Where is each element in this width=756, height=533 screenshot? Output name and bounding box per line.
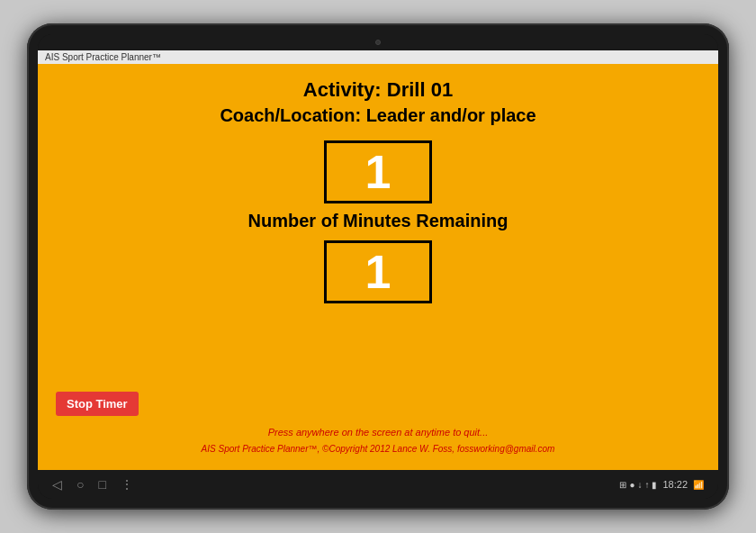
wifi-icon: ●: [629, 480, 634, 490]
camera-dot: [375, 40, 381, 45]
app-title-bar: AIS Sport Practice Planner™: [38, 50, 718, 64]
nav-left: ◁ ○ □ ⋮: [52, 477, 133, 492]
status-icons: ⊞ ● ↓ ↑ ▮: [619, 480, 657, 490]
recent-apps-icon[interactable]: □: [98, 477, 105, 492]
coach-location: Coach/Location: Leader and/or place: [220, 105, 536, 126]
main-content: Activity: Drill 01 Coach/Location: Leade…: [38, 64, 718, 470]
download-icon: ↓: [637, 480, 642, 490]
grid-icon: ⊞: [619, 480, 626, 490]
nav-bar: ◁ ○ □ ⋮ ⊞ ● ↓ ↑ ▮ 18:22 📶: [38, 470, 718, 499]
upload-icon: ↑: [644, 480, 649, 490]
battery-icon: ▮: [652, 480, 657, 490]
press-quit-text: Press anywhere on the screen at anytime …: [38, 427, 718, 438]
tablet-camera-bar: [38, 34, 718, 50]
back-icon[interactable]: ◁: [52, 477, 62, 492]
minutes-value: 1: [365, 248, 392, 295]
screen: AIS Sport Practice Planner™ Activity: Dr…: [38, 50, 718, 470]
stop-timer-button[interactable]: Stop Timer: [56, 392, 139, 416]
minutes-label: Number of Minutes Remaining: [248, 211, 508, 231]
timer-box: 1: [324, 140, 432, 203]
home-icon[interactable]: ○: [76, 477, 84, 492]
clock: 18:22: [662, 479, 688, 490]
nav-right: ⊞ ● ↓ ↑ ▮ 18:22 📶: [619, 479, 704, 490]
timer-value: 1: [365, 149, 392, 195]
app-title: AIS Sport Practice Planner™: [45, 52, 161, 62]
menu-icon[interactable]: ⋮: [121, 477, 133, 492]
tablet-device: AIS Sport Practice Planner™ Activity: Dr…: [27, 23, 729, 510]
copyright-text: AIS Sport Practice Planner™, ©Copyright …: [38, 444, 718, 454]
minutes-box: 1: [324, 240, 432, 303]
signal-icon: 📶: [693, 480, 704, 490]
activity-title: Activity: Drill 01: [303, 78, 453, 102]
